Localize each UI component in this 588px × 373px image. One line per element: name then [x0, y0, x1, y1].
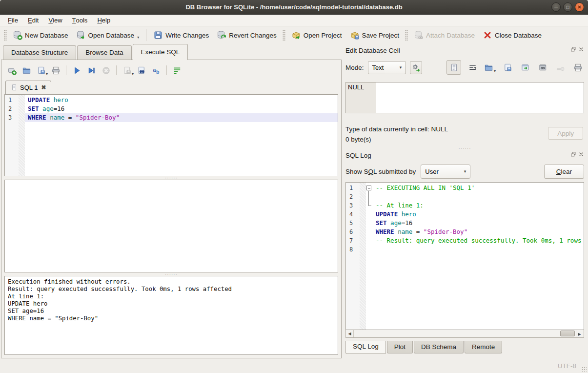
tab-sql-log[interactable]: SQL Log — [345, 341, 386, 354]
format-text-button[interactable] — [446, 60, 461, 75]
open-sql-file-icon — [22, 66, 31, 75]
toolbar-button-label: Save Project — [362, 32, 400, 39]
chevron-down-icon: ▾ — [464, 169, 466, 174]
maximize-icon[interactable]: □ — [563, 2, 572, 12]
float-panel-icon[interactable] — [570, 46, 576, 52]
cell-toolbar: ▾ — [446, 60, 584, 75]
encoding-indicator: UTF-8 — [558, 362, 576, 370]
toolbar-button-label: Write Changes — [165, 32, 209, 39]
code-line: -- At line 1: — [373, 201, 584, 210]
execute-all-button[interactable] — [70, 64, 83, 76]
write-changes-button[interactable]: Write Changes — [149, 28, 213, 42]
code-line: SET age=16 — [373, 219, 584, 228]
code-line — [373, 245, 584, 254]
resize-grip[interactable] — [582, 367, 587, 372]
line-number: 7 — [346, 236, 360, 245]
scroll-left-icon[interactable]: ◀ — [346, 330, 354, 337]
new-sql-tab-button[interactable] — [5, 64, 18, 76]
auto-format-button[interactable]: ab — [150, 64, 162, 76]
apply-button[interactable]: Apply — [548, 127, 583, 140]
find-replace-icon — [137, 66, 146, 75]
close-panel-icon[interactable] — [578, 46, 584, 52]
save-sql-file-button[interactable]: ▾ — [35, 64, 47, 76]
copy-link-button[interactable] — [536, 61, 549, 74]
print-button[interactable] — [49, 64, 62, 76]
word-wrap-button[interactable] — [171, 64, 183, 76]
new-database-button[interactable]: New Database — [9, 28, 72, 42]
menu-tools[interactable]: Tools — [67, 15, 93, 26]
float-panel-icon[interactable] — [570, 151, 576, 157]
tab-remote[interactable]: Remote — [465, 341, 502, 353]
menubar: FileEditViewToolsHelp — [0, 15, 588, 26]
open-database-button[interactable]: Open Database▾ — [72, 28, 143, 42]
attach-database-button[interactable]: Attach Database — [410, 28, 479, 42]
close-panel-icon[interactable] — [578, 151, 584, 157]
word-wrap-cell-button[interactable] — [466, 61, 479, 74]
cell-value: NULL — [348, 83, 364, 91]
toolbar-handle — [4, 29, 7, 41]
print-cell-button[interactable] — [571, 61, 584, 74]
open-project-button[interactable]: Open Project — [287, 28, 346, 42]
minimize-icon[interactable]: ─ — [551, 2, 561, 12]
menu-edit[interactable]: Edit — [23, 15, 43, 26]
cell-value-editor[interactable]: NULL — [345, 82, 584, 113]
main-toolbar: New DatabaseOpen Database▾Write ChangesR… — [0, 26, 588, 44]
export-to-file-icon — [503, 63, 512, 72]
sql-log-header: SQL Log — [345, 150, 584, 161]
line-number: 3 — [346, 201, 360, 210]
sql-log-view[interactable]: 12345678-- EXECUTING ALL IN 'SQL 1'---- … — [345, 182, 584, 330]
mode-value: Text — [372, 64, 384, 71]
find-replace-button[interactable] — [135, 64, 148, 76]
export-to-file-button[interactable] — [501, 61, 514, 74]
message-line: SET age=16 — [8, 308, 335, 315]
revert-changes-button[interactable]: Revert Changes — [213, 28, 281, 42]
toolbar-button-label: New Database — [25, 32, 68, 39]
set-null-button[interactable] — [554, 61, 567, 74]
cell-info: Type of data currently in cell: NULL 0 b… — [345, 124, 584, 146]
open-external-button[interactable] — [519, 61, 531, 74]
splitter-handle[interactable] — [4, 272, 338, 276]
tab-database-structure[interactable]: Database Structure — [3, 45, 76, 60]
word-wrap-cell-icon — [468, 63, 477, 72]
tab-browse-data[interactable]: Browse Data — [77, 45, 131, 60]
menu-help[interactable]: Help — [92, 15, 115, 26]
execute-all-icon — [72, 66, 81, 75]
menu-file[interactable]: File — [3, 15, 23, 26]
splitter-handle[interactable] — [345, 146, 584, 150]
auto-mode-button[interactable] — [410, 61, 422, 74]
revert-changes-icon — [217, 30, 226, 40]
stop-execution-button[interactable] — [100, 64, 112, 76]
sql-tab-close-icon[interactable]: ✖ — [41, 84, 46, 91]
open-sql-file-button[interactable] — [20, 64, 33, 76]
line-number: 2 — [346, 192, 360, 201]
close-icon[interactable]: ✕ — [575, 2, 584, 12]
results-grid[interactable] — [4, 180, 338, 272]
sql-editor[interactable]: 123UPDATE heroSET age=16WHERE name = "Sp… — [4, 94, 338, 176]
menu-view[interactable]: View — [43, 15, 67, 26]
tab-db-schema[interactable]: DB Schema — [414, 341, 464, 353]
titlebar[interactable]: DB Browser for SQLite - /home/user/code/… — [0, 0, 588, 15]
save-project-button[interactable]: Save Project — [346, 28, 404, 42]
import-from-file-button[interactable]: ▾ — [484, 61, 496, 74]
execute-current-line-button[interactable] — [85, 64, 98, 76]
import-from-file-icon — [484, 63, 493, 72]
splitter-handle[interactable] — [4, 176, 338, 180]
sql-tab[interactable]: SQL 1 ✖ — [5, 81, 51, 94]
chevron-down-icon: ▾ — [494, 69, 496, 74]
results-message-pane[interactable]: Execution finished without errors.Result… — [4, 276, 338, 355]
fold-mark[interactable] — [366, 184, 373, 192]
scroll-right-icon[interactable]: ▶ — [576, 330, 584, 337]
mode-select[interactable]: Text ▾ — [368, 61, 406, 74]
scrollbar-thumb[interactable] — [560, 331, 575, 336]
horizontal-scrollbar[interactable]: ◀ ▶ — [345, 330, 584, 338]
tab-execute-sql[interactable]: Execute SQL — [133, 44, 188, 60]
tab-plot[interactable]: Plot — [387, 341, 413, 353]
message-line: WHERE name = "Spider-Boy" — [8, 315, 335, 322]
close-database-button[interactable]: Close Database — [479, 28, 546, 42]
execute-current-line-icon — [87, 66, 96, 75]
line-number: 1 — [346, 184, 360, 192]
save-results-button[interactable]: ▾ — [121, 64, 133, 76]
clear-button[interactable]: Clear — [544, 165, 584, 179]
log-filter-select[interactable]: User ▾ — [421, 165, 470, 179]
left-panel: Database StructureBrowse DataExecute SQL… — [0, 44, 343, 358]
